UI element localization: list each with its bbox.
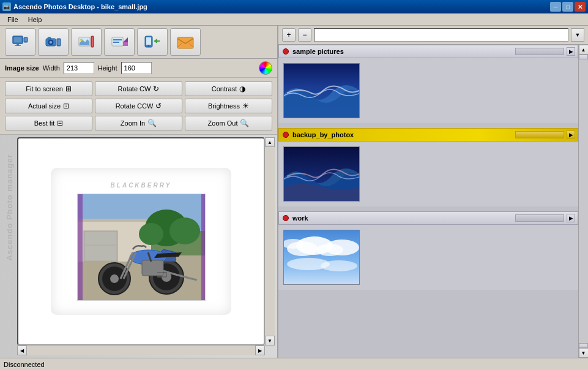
fit-to-screen-label: Fit to screen <box>26 85 63 92</box>
svg-point-9 <box>50 41 52 43</box>
image-display-area: BLACKBERRY <box>17 137 265 345</box>
album-dropdown[interactable]: ▼ <box>571 28 584 42</box>
svg-rect-21 <box>113 42 119 43</box>
contrast-button[interactable]: Contrast ◑ <box>185 81 272 96</box>
svg-rect-45 <box>142 260 163 276</box>
menu-help[interactable]: Help <box>23 15 47 24</box>
rotate-ccw-label: Rotate CCW <box>116 102 154 110</box>
rotate-ccw-button[interactable]: Rotate CCW ↺ <box>95 99 182 113</box>
svg-rect-2 <box>14 37 21 42</box>
svg-point-43 <box>110 274 119 283</box>
svg-rect-17 <box>92 37 93 47</box>
camera-icon <box>45 34 62 51</box>
svg-point-15 <box>80 39 83 41</box>
title-bar: 📷 Ascendo Photos Desktop - bike_small.jp… <box>0 0 588 13</box>
album-arrow-sample[interactable]: ▶ <box>567 47 575 56</box>
album-header-work[interactable]: work ▶ <box>278 211 578 225</box>
brightness-button[interactable]: Brightness ☀ <box>185 99 272 113</box>
svg-rect-22 <box>123 42 128 46</box>
svg-rect-34 <box>84 246 117 261</box>
scroll-track-right <box>579 59 588 343</box>
actual-size-label: Actual size <box>28 102 61 110</box>
svg-point-57 <box>325 240 359 255</box>
svg-rect-31 <box>78 219 151 222</box>
tool-edit[interactable] <box>104 28 135 56</box>
image-scrollbar-v[interactable]: ▲ ▼ <box>265 137 275 345</box>
tool-photos[interactable] <box>71 28 102 56</box>
left-panel: Ascendo Photo manager <box>0 26 278 358</box>
svg-rect-33 <box>84 232 117 245</box>
add-album-button[interactable]: + <box>282 28 296 42</box>
window-controls: ─ □ ✕ <box>550 2 586 12</box>
zoom-out-button[interactable]: Zoom Out 🔍 <box>185 116 272 130</box>
contrast-icon: ◑ <box>239 85 245 93</box>
tool-camera[interactable] <box>38 28 69 56</box>
zoom-out-label: Zoom Out <box>208 119 238 127</box>
status-bar: Disconnected <box>0 358 588 370</box>
album-header-sample-pictures[interactable]: sample pictures ▶ <box>278 45 578 58</box>
scroll-right-arrow[interactable]: ▶ <box>255 345 265 355</box>
svg-rect-26 <box>177 37 193 48</box>
mail-icon <box>177 34 194 51</box>
rotate-cw-label: Rotate CW <box>118 85 151 92</box>
minimize-button[interactable]: ─ <box>550 2 561 12</box>
svg-rect-10 <box>48 37 51 39</box>
maximize-button[interactable]: □ <box>562 2 573 12</box>
brightness-icon: ☀ <box>242 102 249 110</box>
tool-mail[interactable] <box>170 28 201 56</box>
thumbnail-work-1[interactable] <box>283 230 360 285</box>
height-input[interactable] <box>121 62 152 74</box>
zoom-in-button[interactable]: Zoom In 🔍 <box>95 116 182 130</box>
brightness-label: Brightness <box>208 102 240 110</box>
svg-rect-3 <box>17 43 19 45</box>
menu-bar: File Help <box>0 13 588 26</box>
brand-text: BLACKBERRY <box>111 182 172 189</box>
svg-point-25 <box>148 45 150 47</box>
scroll-left-arrow[interactable]: ◀ <box>17 345 27 355</box>
album-arrow-work[interactable]: ▶ <box>567 214 575 222</box>
image-scrollbar-h[interactable]: ◀ ▶ <box>17 345 265 355</box>
svg-rect-49 <box>78 194 83 301</box>
photo-preview <box>77 194 206 301</box>
svg-rect-6 <box>24 38 27 41</box>
remove-album-button[interactable]: − <box>298 28 311 42</box>
close-button[interactable]: ✕ <box>575 2 586 12</box>
tool-transfer[interactable] <box>137 28 168 56</box>
scroll-top-arrow[interactable]: ▲ <box>579 45 589 55</box>
album-path-input[interactable] <box>314 28 568 42</box>
color-wheel[interactable] <box>259 61 272 75</box>
album-arrow-backup[interactable]: ▶ <box>567 130 575 139</box>
album-header-backup[interactable]: backup_by_photox ▶ <box>278 128 578 142</box>
right-toolbar: + − ▼ <box>278 26 588 45</box>
scroll-up-arrow[interactable]: ▲ <box>265 137 275 147</box>
rotate-ccw-icon: ↺ <box>155 102 162 110</box>
rotate-cw-button[interactable]: Rotate CW ↻ <box>95 81 182 96</box>
tool-computer[interactable] <box>5 28 35 56</box>
album-dot-sample <box>283 48 289 55</box>
album-scrollbar-sample[interactable] <box>515 48 564 55</box>
scroll-v-track <box>265 147 275 336</box>
album-group-sample-pictures: sample pictures ▶ <box>278 45 578 123</box>
scroll-indicator-down <box>579 343 588 348</box>
thumbnail-sample-1[interactable] <box>283 63 360 118</box>
svg-rect-20 <box>113 39 122 40</box>
svg-rect-4 <box>15 45 21 46</box>
image-frame: BLACKBERRY <box>51 168 231 315</box>
album-dot-work <box>283 215 289 221</box>
menu-file[interactable]: File <box>2 15 23 24</box>
scroll-h-track <box>27 345 255 355</box>
computer-icon <box>12 34 29 51</box>
scroll-bottom-arrow[interactable]: ▼ <box>579 348 589 358</box>
album-scrollbar-work[interactable] <box>515 214 564 222</box>
photo-browser[interactable]: sample pictures ▶ <box>278 45 578 358</box>
status-text: Disconnected <box>4 361 45 368</box>
watermark-text: Ascendo Photo manager <box>5 154 14 260</box>
right-scrollbar[interactable]: ▲ ▼ <box>578 45 588 358</box>
scroll-down-arrow[interactable]: ▼ <box>265 336 275 345</box>
width-input[interactable] <box>64 62 94 74</box>
album-scrollbar-backup[interactable] <box>515 131 564 138</box>
height-label: Height <box>98 64 117 72</box>
best-fit-label: Best fit <box>34 119 55 127</box>
rotate-cw-icon: ↻ <box>153 85 159 93</box>
thumbnail-backup-1[interactable] <box>283 146 360 202</box>
